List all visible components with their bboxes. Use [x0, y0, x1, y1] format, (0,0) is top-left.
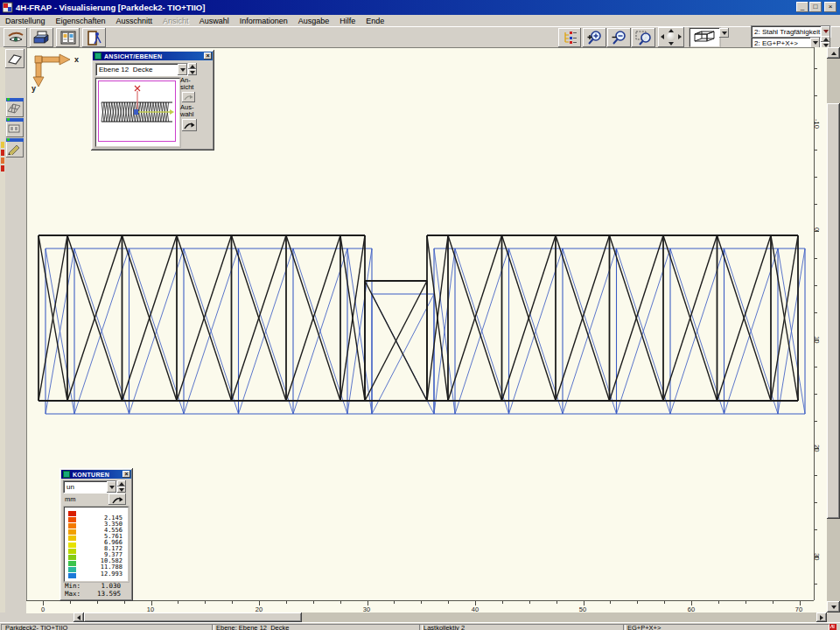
ruler-tick — [178, 601, 178, 604]
ebene-spin-down[interactable] — [188, 69, 197, 75]
ruler-tick — [340, 601, 341, 604]
ansicht-close-icon[interactable]: × — [204, 52, 212, 60]
auswahl-label: Aus- wahl — [180, 104, 210, 118]
toolbar: 2: Stahl Tragfähigkeit (Th. 2. O 2: EG+P… — [0, 27, 840, 47]
view-3d-well[interactable] — [690, 28, 720, 47]
menu-item-eigenschaften[interactable]: Eigenschaften — [51, 16, 111, 26]
pan-center-knob[interactable] — [667, 32, 676, 41]
loadcase-combo-value: 2: EG+P+X+> — [752, 39, 810, 47]
konturen-window[interactable]: KONTUREN × un mm 2.1453.3504.5565.7616.9… — [60, 468, 133, 601]
plane-3d-icon — [7, 52, 23, 66]
pan-control[interactable] — [658, 27, 684, 47]
ebene-preview[interactable] — [95, 78, 180, 147]
ruler-vertical: -100102030 — [814, 47, 828, 600]
menu-item-informationen[interactable]: Informationen — [234, 16, 293, 26]
legend-color-swatch — [68, 536, 76, 541]
legend-color-swatch — [68, 567, 76, 572]
ruler-tick — [815, 258, 817, 259]
zoom-out-button[interactable] — [607, 28, 631, 47]
menu-item-ausschnitt[interactable]: Ausschnitt — [111, 16, 158, 26]
pan-left-icon[interactable] — [661, 34, 664, 39]
plane-view-button[interactable] — [5, 49, 24, 68]
legend-color-swatch — [68, 511, 76, 516]
curved-arrow-gray-icon — [184, 94, 193, 101]
view-3d-box-icon — [690, 29, 718, 45]
legend-min-value: 1.030 — [82, 583, 121, 590]
layer-plate-button[interactable] — [6, 118, 24, 137]
maximize-button[interactable]: □ — [809, 2, 822, 12]
structure-tree-button[interactable] — [558, 28, 581, 47]
close-button[interactable]: × — [824, 2, 836, 12]
ansicht-ebenen-window[interactable]: ANSICHT/EBENEN × Ebene 12 Decke An- sich… — [91, 50, 214, 150]
scroll-up-button[interactable] — [827, 47, 840, 59]
ansicht-apply-button[interactable] — [182, 92, 195, 102]
horizontal-scroll-thumb[interactable] — [84, 612, 302, 622]
ebene-combo-arrow[interactable] — [178, 64, 187, 75]
legend-max-label: Max: — [65, 591, 80, 598]
palette-mark — [1, 142, 4, 148]
palette-mark — [1, 150, 4, 156]
legend-min-label: Min: — [65, 583, 80, 590]
menu-item-ausgabe[interactable]: Ausgabe — [293, 16, 335, 26]
ruler-tick — [815, 394, 817, 395]
preview-x-marker — [135, 86, 140, 91]
konturen-close-icon[interactable]: × — [122, 471, 130, 478]
vertical-scrollbar[interactable] — [827, 47, 840, 612]
print-button[interactable] — [30, 28, 53, 47]
ruler-tick — [664, 601, 665, 604]
vertical-scroll-thumb[interactable] — [827, 103, 840, 519]
ruler-tick — [97, 601, 98, 604]
konturen-combo[interactable]: un — [63, 480, 117, 494]
legend-color-swatch — [68, 529, 76, 535]
ruler-label-y: 20 — [813, 444, 821, 452]
legend-color-swatch — [68, 517, 76, 522]
pan-right-icon[interactable] — [678, 34, 682, 39]
view-eye-button[interactable] — [4, 28, 27, 47]
ruler-tick — [815, 312, 817, 313]
konturen-spin-up[interactable] — [117, 480, 126, 486]
ruler-tick — [529, 601, 530, 604]
menu-item-ende[interactable]: Ende — [360, 16, 389, 26]
minimize-button[interactable]: _ — [796, 2, 808, 12]
curved-arrow-icon — [184, 121, 195, 130]
pcae-logo-icon — [829, 624, 836, 630]
ansicht-window-titlebar[interactable]: ANSICHT/EBENEN × — [93, 52, 213, 60]
exit-button[interactable] — [82, 28, 106, 47]
status-bar: Parkdeck2- TIO+TIIOEbene: Ebene 12 Decke… — [0, 622, 840, 630]
konturen-apply-button[interactable] — [108, 494, 126, 505]
loadcase-spin-up[interactable] — [821, 36, 830, 42]
zoom-in-button[interactable] — [583, 28, 606, 47]
auswahl-apply-button[interactable] — [182, 119, 197, 131]
scroll-down-button[interactable] — [827, 601, 840, 612]
konturen-spin-down[interactable] — [117, 486, 126, 493]
ebene-spin-up[interactable] — [188, 63, 197, 69]
title-bar[interactable]: 4H-FRAP - Visualisierung [Parkdeck2- TIO… — [0, 0, 840, 15]
konturen-window-titlebar[interactable]: KONTUREN × — [61, 470, 131, 479]
menu-item-hilfe[interactable]: Hilfe — [334, 16, 360, 26]
horizontal-scrollbar[interactable] — [74, 612, 827, 622]
ruler-tick — [637, 601, 638, 604]
ruler-tick — [815, 367, 817, 368]
ruler-tick — [815, 421, 817, 422]
manual-button[interactable] — [56, 28, 80, 47]
menu-item-darstellung[interactable]: Darstellung — [0, 16, 51, 26]
analysis-combo[interactable]: 2: Stahl Tragfähigkeit (Th. 2. O — [751, 25, 831, 38]
pan-down-icon[interactable] — [668, 42, 674, 46]
menu-item-auswahl[interactable]: Auswahl — [194, 16, 234, 26]
ruler-tick — [124, 601, 125, 604]
scroll-left-button[interactable] — [74, 612, 84, 622]
auswahl-label-line2: wahl — [180, 110, 193, 118]
ruler-label-y: -10 — [813, 119, 821, 129]
legend-color-swatch — [68, 549, 76, 554]
konturen-combo-arrow[interactable] — [107, 481, 116, 493]
menu-item-ansicht: Ansicht — [158, 16, 194, 26]
layer-pen-button[interactable] — [6, 138, 24, 158]
ruler-tick — [815, 177, 817, 178]
ebene-combo[interactable]: Ebene 12 Decke — [95, 63, 188, 76]
preview-origin-marker — [134, 109, 138, 115]
view-3d-dropdown-button[interactable] — [719, 28, 729, 38]
zoom-window-button[interactable] — [632, 28, 655, 47]
status-panel-2: Lastkollektiv 2 — [419, 624, 626, 630]
layer-mesh-button[interactable] — [6, 98, 24, 117]
scroll-right-button[interactable] — [816, 612, 827, 622]
